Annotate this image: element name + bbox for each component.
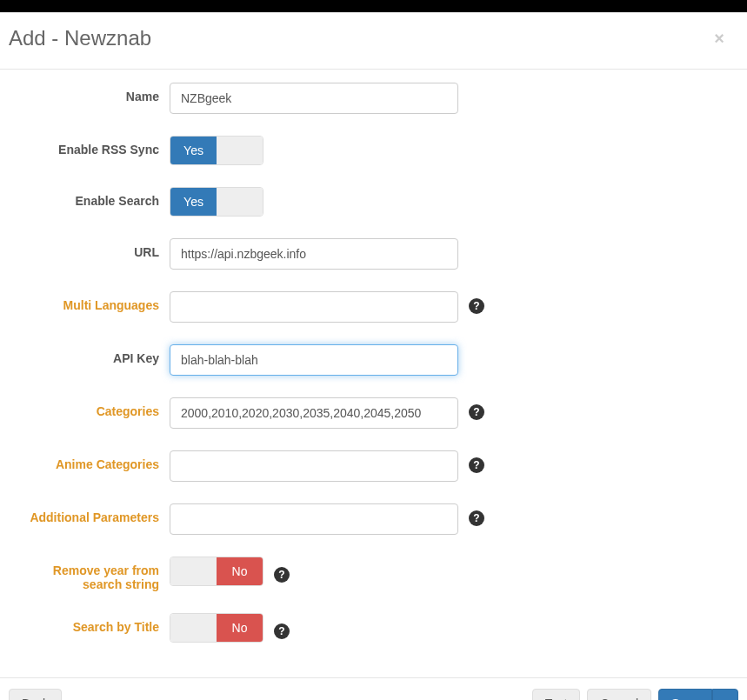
label-apikey: API Key — [17, 344, 170, 365]
help-icon[interactable]: ? — [469, 457, 484, 473]
row-multilang: Multi Languages ? — [17, 291, 730, 323]
label-categories: Categories — [17, 397, 170, 418]
control-search: Yes — [170, 187, 458, 217]
help-icon[interactable]: ? — [274, 567, 290, 583]
toggle-off-label: No — [217, 614, 263, 642]
toggle-on-label: Yes — [170, 188, 217, 216]
label-url: URL — [17, 238, 170, 259]
row-name: Name — [17, 83, 730, 114]
toggle-off-label: No — [217, 557, 263, 585]
control-searchtitle: No ? — [170, 613, 290, 643]
label-animecat: Anime Categories — [17, 450, 170, 471]
row-rss: Enable RSS Sync Yes — [17, 136, 730, 165]
label-multilang: Multi Languages — [17, 291, 170, 312]
control-multilang — [170, 291, 458, 323]
control-animecat — [170, 450, 458, 482]
modal-title: Add - Newznab — [9, 26, 151, 51]
row-searchtitle: Search by Title No ? — [17, 613, 730, 643]
save-button[interactable]: Save — [658, 689, 712, 700]
label-removeyear: Remove year from search string — [17, 557, 170, 591]
row-animecat: Anime Categories ? — [17, 450, 730, 482]
label-name: Name — [17, 83, 170, 103]
back-button[interactable]: Back — [9, 689, 62, 700]
row-addlparams: Additional Parameters ? — [17, 503, 730, 535]
row-removeyear: Remove year from search string No ? — [17, 557, 730, 591]
close-icon[interactable]: × — [709, 30, 730, 47]
search-toggle[interactable]: Yes — [170, 187, 263, 217]
test-button[interactable]: Test — [532, 689, 581, 700]
modal-footer: Back Test Cancel Save — [0, 677, 747, 700]
categories-input[interactable] — [170, 397, 458, 429]
row-categories: Categories ? — [17, 397, 730, 429]
name-input[interactable] — [170, 83, 458, 114]
toggle-off-blank — [217, 137, 263, 164]
toggle-on-label: Yes — [170, 137, 217, 164]
save-dropdown-button[interactable] — [712, 689, 738, 700]
help-icon[interactable]: ? — [469, 298, 484, 314]
row-url: URL — [17, 238, 730, 270]
label-rss: Enable RSS Sync — [17, 136, 170, 157]
control-url — [170, 238, 458, 270]
animecat-input[interactable] — [170, 450, 458, 482]
help-icon[interactable]: ? — [274, 623, 290, 639]
footer-right: Test Cancel Save — [532, 689, 738, 700]
label-searchtitle: Search by Title — [17, 613, 170, 634]
save-button-group: Save — [658, 689, 738, 700]
apikey-input[interactable] — [170, 344, 458, 376]
control-categories — [170, 397, 458, 429]
modal-body: Name Enable RSS Sync Yes Enable Search Y… — [0, 70, 747, 677]
removeyear-toggle[interactable]: No — [170, 557, 263, 586]
control-rss: Yes — [170, 136, 458, 165]
searchtitle-toggle[interactable]: No — [170, 613, 263, 643]
help-icon[interactable]: ? — [469, 510, 484, 526]
control-apikey — [170, 344, 458, 376]
modal-header: Add - Newznab × — [0, 13, 747, 70]
modal-add-newznab: Add - Newznab × Name Enable RSS Sync Yes… — [0, 12, 747, 700]
control-addlparams — [170, 503, 458, 535]
cancel-button[interactable]: Cancel — [587, 689, 651, 700]
addlparams-input[interactable] — [170, 503, 458, 535]
url-input[interactable] — [170, 238, 458, 270]
control-name — [170, 83, 458, 114]
rss-toggle[interactable]: Yes — [170, 136, 263, 165]
label-addlparams: Additional Parameters — [17, 503, 170, 524]
control-removeyear: No ? — [170, 557, 290, 586]
label-search: Enable Search — [17, 187, 170, 208]
row-search: Enable Search Yes — [17, 187, 730, 217]
help-icon[interactable]: ? — [469, 404, 484, 420]
multilang-input[interactable] — [170, 291, 458, 323]
toggle-on-blank — [170, 557, 217, 585]
toggle-on-blank — [170, 614, 217, 642]
toggle-off-blank — [217, 188, 263, 216]
row-apikey: API Key — [17, 344, 730, 376]
